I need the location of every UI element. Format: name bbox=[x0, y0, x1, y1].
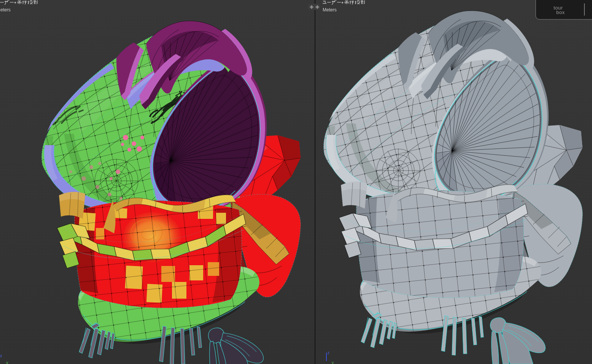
svg-text:box: box bbox=[556, 9, 565, 15]
svg-text:z: z bbox=[0, 353, 2, 358]
svg-text:Meters: Meters bbox=[323, 7, 337, 13]
svg-text:y: y bbox=[6, 360, 8, 364]
svg-text:Meters: Meters bbox=[0, 7, 11, 13]
svg-text:y: y bbox=[332, 361, 334, 364]
svg-text:z: z bbox=[328, 351, 329, 355]
